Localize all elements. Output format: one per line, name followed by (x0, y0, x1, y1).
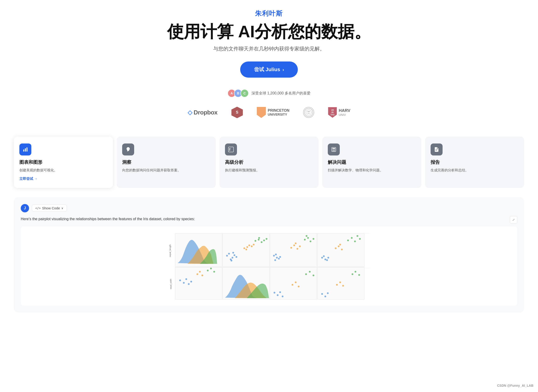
svg-point-101 (325, 295, 326, 297)
svg-point-41 (251, 246, 253, 247)
svg-point-54 (279, 256, 281, 258)
hero-title: 使用计算 AI分析您的数据。 (5, 23, 533, 41)
pairplot-chart: sepal_length (25, 231, 513, 300)
svg-point-43 (255, 240, 256, 242)
feature-desc-insights: 向您的数据询问任何问题并获取答案。 (122, 168, 210, 173)
svg-point-94 (292, 284, 293, 286)
svg-point-46 (258, 237, 260, 239)
feature-card-advanced[interactable]: f 高级分析 执行建模和预测预报。 (219, 137, 319, 188)
svg-point-66 (325, 259, 326, 261)
svg-point-56 (293, 245, 295, 247)
show-code-button[interactable]: </> Show Code ∨ (32, 205, 67, 212)
feature-title-advanced: 高级分析 (225, 159, 313, 165)
logo-harvard: VERITAS HARV UNIV (328, 107, 350, 118)
svg-point-75 (351, 237, 353, 239)
demo-section: J </> Show Code ∨ ⤢ Here's the pairplot … (14, 197, 524, 313)
svg-point-77 (357, 235, 359, 237)
solver-icon-wrap (328, 144, 340, 155)
svg-point-38 (246, 246, 248, 248)
feature-title-charts: 图表和图形 (19, 159, 107, 165)
logo-princeton: PRINCETON UNIVERSITY (257, 107, 289, 118)
svg-point-80 (183, 282, 185, 284)
svg-point-48 (266, 238, 268, 240)
pairplot-container: sepal_length (21, 226, 517, 306)
svg-point-44 (258, 239, 260, 241)
document-icon (434, 147, 439, 152)
svg-point-82 (188, 283, 190, 285)
svg-text:sepal_length: sepal_length (169, 245, 171, 257)
feature-card-insights[interactable]: 洞察 向您的数据询问任何问题并获取答案。 (117, 137, 216, 188)
function-icon: f (228, 147, 234, 152)
chevron-right-icon: › (283, 67, 284, 72)
svg-point-95 (295, 281, 297, 283)
social-proof-text: 深受全球 1,200,000 多名用户的喜爱 (251, 91, 311, 96)
svg-point-71 (338, 246, 340, 247)
advanced-icon-wrap: f (225, 144, 237, 155)
svg-rect-4 (23, 149, 24, 152)
feature-desc-reports: 生成完善的分析和总结。 (431, 168, 519, 173)
svg-point-61 (307, 237, 309, 239)
svg-point-87 (207, 270, 209, 271)
svg-point-78 (359, 238, 361, 240)
svg-point-36 (232, 252, 234, 254)
feature-card-charts[interactable]: 图表和图形 创建美观的数据可视化。 立即尝试 → (14, 137, 113, 188)
princeton-shield-icon (257, 107, 266, 118)
svg-point-102 (327, 293, 329, 294)
hero-subtitle: 与您的文件聊天并在几秒钟内获得专家级的见解。 (5, 45, 533, 52)
university-seal-icon: UNIV SEAL (303, 107, 314, 118)
svg-point-52 (278, 258, 280, 260)
svg-point-14 (333, 151, 333, 151)
svg-point-49 (273, 255, 275, 257)
feature-title-reports: 报告 (431, 159, 519, 165)
svg-point-34 (236, 256, 237, 258)
user-avatar: J (21, 204, 29, 212)
svg-point-58 (295, 243, 297, 244)
svg-point-59 (299, 246, 301, 247)
demo-header: J </> Show Code ∨ (21, 204, 517, 212)
feature-card-reports[interactable]: 报告 生成完善的分析和总结。 (425, 137, 524, 188)
svg-point-60 (304, 239, 306, 241)
cta-button[interactable]: 尝试 Julius › (240, 61, 298, 78)
svg-text:UNIV: UNIV (307, 111, 310, 112)
svg-point-104 (339, 281, 341, 283)
svg-point-83 (190, 281, 192, 283)
feature-desc-charts: 创建美观的数据可视化。 (19, 168, 107, 173)
expand-button[interactable]: ⤢ (510, 216, 517, 224)
svg-rect-25 (175, 267, 222, 299)
svg-point-42 (253, 244, 255, 246)
svg-point-32 (228, 253, 230, 255)
svg-rect-6 (27, 147, 28, 152)
logo-stanford: S (231, 107, 243, 118)
svg-text:f: f (229, 148, 231, 152)
svg-point-51 (275, 254, 277, 255)
reports-icon-wrap (431, 144, 443, 155)
svg-point-37 (243, 247, 245, 249)
avatar: C (241, 89, 249, 98)
feature-link-charts[interactable]: 立即尝试 → (19, 177, 38, 181)
svg-point-74 (347, 239, 349, 241)
svg-rect-10 (332, 148, 335, 149)
svg-point-99 (312, 275, 314, 276)
svg-text:sepal_width: sepal_width (170, 279, 172, 289)
princeton-text: PRINCETON UNIVERSITY (268, 108, 289, 116)
svg-point-29 (226, 255, 228, 257)
expand-icon: ⤢ (512, 218, 515, 222)
svg-point-67 (323, 255, 325, 257)
svg-point-47 (263, 239, 265, 241)
dropbox-icon: ◇ (188, 109, 194, 116)
social-proof: A B C 深受全球 1,200,000 多名用户的喜爱 (5, 89, 533, 98)
svg-point-53 (274, 259, 276, 261)
svg-point-98 (309, 271, 311, 273)
harvard-shield-icon: VERITAS (328, 107, 337, 118)
svg-point-106 (352, 273, 353, 275)
cta-label: 尝试 Julius (254, 66, 280, 73)
feature-card-solver[interactable]: 解决问题 扫描并解决数学、物理和化学问题。 (322, 137, 421, 188)
harvard-text: HARV UNIV (339, 108, 350, 117)
svg-point-96 (298, 286, 300, 288)
svg-point-1 (306, 110, 311, 115)
svg-point-62 (310, 241, 311, 243)
brand-name: 朱利叶斯 (5, 9, 533, 18)
svg-point-76 (354, 241, 356, 243)
insights-icon-wrap (122, 144, 134, 155)
svg-point-31 (232, 257, 233, 259)
